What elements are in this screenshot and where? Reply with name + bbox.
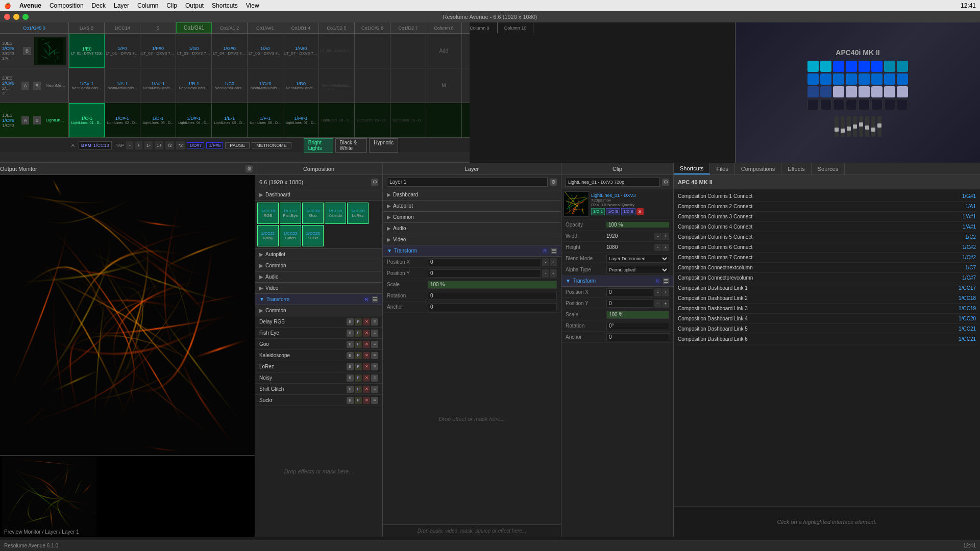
effect-r-btn-5[interactable]: P: [355, 363, 362, 370]
apc-fader[interactable]: [835, 116, 839, 137]
layer-position-y-minus[interactable]: -: [542, 269, 549, 278]
comp-common2-section[interactable]: ▶ Common: [255, 305, 382, 316]
clip-cell-row2-col10[interactable]: M: [426, 68, 462, 103]
menu-column[interactable]: Column: [137, 2, 158, 9]
minimize-button[interactable]: [13, 14, 19, 20]
clip-x-btn[interactable]: ✕: [636, 208, 644, 215]
clip-transform-menu[interactable]: [663, 278, 669, 284]
apc-pad[interactable]: [820, 99, 831, 110]
menu-layer[interactable]: Layer: [114, 2, 129, 9]
comp-autopilot-section[interactable]: ▶ Autopilot: [255, 249, 382, 260]
clip-height-plus[interactable]: +: [662, 244, 669, 251]
effect-menu-btn[interactable]: ≡: [371, 318, 378, 325]
menu-shortcuts[interactable]: Shortcuts: [212, 2, 238, 9]
effect-cell-lorez[interactable]: 1/CC20 LoRez: [347, 203, 369, 224]
clip-cell-row1-col4[interactable]: 1/G#0 LT_04 - DXV3 720p: [212, 34, 248, 68]
layer-name-input[interactable]: [387, 178, 548, 187]
apc-pad[interactable]: [871, 99, 883, 110]
transport-div2[interactable]: /2: [165, 141, 174, 149]
output-monitor-settings[interactable]: ⚙: [246, 165, 253, 172]
apc-pad[interactable]: [807, 99, 819, 110]
apc-pad[interactable]: [859, 73, 870, 85]
menu-view[interactable]: View: [246, 2, 259, 9]
clip-key-2[interactable]: 1/C B: [606, 208, 620, 215]
transport-minus[interactable]: -: [126, 141, 133, 149]
apc-pad[interactable]: [833, 99, 844, 110]
row-solo-2[interactable]: B: [33, 82, 41, 90]
apc-fader[interactable]: [853, 116, 857, 137]
deck-black-white[interactable]: Black & White: [335, 138, 368, 153]
effect-r-btn-8[interactable]: P: [355, 397, 362, 404]
clip-cell-row2-col4[interactable]: 1/C0 NeonMetalBeats...: [212, 68, 248, 103]
effect-cell-noisy[interactable]: 1/CC21 Noisy: [257, 225, 279, 246]
comp-effect-kaleidoscope[interactable]: Kaleidoscope B P ✕ ≡: [255, 350, 382, 361]
apc-pad[interactable]: [820, 86, 831, 97]
layer-position-x-plus[interactable]: +: [550, 258, 557, 266]
comp-dashboard-section[interactable]: ▶ Dashboard: [255, 189, 382, 201]
layer-position-y-plus[interactable]: +: [550, 269, 557, 278]
clip-cell-row1-col3[interactable]: 1/G0 LT_03 - DXV3 720p: [176, 34, 212, 68]
menu-output[interactable]: Output: [185, 2, 204, 9]
transport-pause[interactable]: PAUSE: [225, 142, 250, 148]
apc-pad[interactable]: [846, 86, 857, 97]
layer-transform-section[interactable]: ▼ Transform R: [383, 245, 561, 257]
effect-r-btn-3[interactable]: P: [355, 341, 362, 348]
shortcut-row-11[interactable]: Composition Dashboard Link 3 1/CC19: [676, 304, 978, 314]
effect-r-btn-6[interactable]: P: [355, 374, 362, 382]
clip-cell-row3-col9[interactable]: LightLines_10 - D...: [390, 103, 426, 137]
effect-bypass-btn-3[interactable]: B: [347, 341, 354, 348]
effect-cell-suckr[interactable]: 1/CC23 Suckr: [302, 225, 324, 246]
clip-cell-row3-col5[interactable]: 1/F-1 LightLines_06 - D...: [248, 103, 283, 137]
effect-bypass-btn-4[interactable]: B: [347, 352, 354, 359]
clip-alpha-select[interactable]: Premultiplied: [606, 266, 669, 274]
apple-icon[interactable]: 🍎: [4, 3, 11, 9]
shortcut-row-5[interactable]: Composition Columns 6 Connect 1/C#2: [676, 242, 978, 253]
apc-fader[interactable]: [847, 116, 851, 137]
clip-width-minus[interactable]: -: [654, 233, 662, 240]
menu-deck[interactable]: Deck: [92, 2, 106, 9]
effect-cell-kaleido[interactable]: 1/CC19 Kaleido: [325, 203, 346, 224]
clip-cell-row1-col9[interactable]: [390, 34, 426, 68]
shortcut-row-0[interactable]: Composition Columns 1 Connect 1/G#1: [676, 191, 978, 202]
clip-cell-row1-col1[interactable]: 1/F0 LT_01 - DXV3 720p: [105, 34, 140, 68]
transport-tap[interactable]: TAP: [116, 143, 125, 148]
clip-cell-row2-col7[interactable]: NeonMetalBeats...: [319, 68, 355, 103]
comp-effect-delay-rgb[interactable]: Delay RGB B P ✕ ≡: [255, 316, 382, 328]
deck-hypnotic[interactable]: Hypnotic: [369, 138, 398, 153]
comp-video-section[interactable]: ▶ Video: [255, 283, 382, 294]
apc-pad[interactable]: [884, 86, 895, 97]
row-a-3[interactable]: A: [21, 116, 29, 124]
comp-effect-lorez[interactable]: LoRez B P ✕ ≡: [255, 361, 382, 372]
effect-x-btn-2[interactable]: ✕: [363, 330, 370, 337]
apc-pad[interactable]: [807, 61, 819, 72]
shortcut-row-2[interactable]: Composition Columns 3 Connect 1/A#1: [676, 212, 978, 222]
effect-cell-goo[interactable]: 1/CC18 Goo: [302, 203, 324, 224]
effect-bypass-btn[interactable]: B: [347, 318, 354, 325]
apc-fader[interactable]: [841, 116, 845, 137]
apc-pad[interactable]: [897, 61, 908, 72]
clip-pos-y-plus[interactable]: +: [662, 299, 669, 308]
clip-key-3[interactable]: 1/D B: [621, 208, 635, 215]
effect-x-btn-5[interactable]: ✕: [363, 363, 370, 370]
clip-transform-r-btn[interactable]: R: [654, 278, 662, 284]
clip-blend-select[interactable]: Layer Determined: [606, 255, 669, 263]
apc-pad[interactable]: [859, 86, 870, 97]
clip-cell-row3-col10[interactable]: [426, 103, 462, 137]
apc-pad[interactable]: [846, 73, 857, 85]
layer-transform-menu[interactable]: [551, 248, 557, 254]
effect-menu-btn-7[interactable]: ≡: [371, 386, 378, 393]
apc-pad[interactable]: [884, 73, 895, 85]
shortcut-row-4[interactable]: Composition Columns 5 Connect 1/C2: [676, 232, 978, 242]
comp-transform-section[interactable]: ▼ Transform R: [255, 294, 382, 305]
apc-pad[interactable]: [833, 73, 844, 85]
effect-x-btn-6[interactable]: ✕: [363, 374, 370, 382]
comp-audio-section[interactable]: ▶ Audio: [255, 271, 382, 283]
tab-shortcuts[interactable]: Shortcuts: [674, 163, 710, 174]
tab-sources[interactable]: Sources: [812, 163, 845, 174]
transport-plus[interactable]: +: [135, 141, 142, 149]
menu-composition[interactable]: Composition: [50, 2, 84, 9]
deck-bright-lights[interactable]: Bright Lights: [304, 138, 333, 153]
layer-settings-gear[interactable]: ⚙: [550, 179, 557, 186]
effect-x-btn[interactable]: ✕: [363, 318, 370, 325]
effect-r-btn-4[interactable]: P: [355, 352, 362, 359]
